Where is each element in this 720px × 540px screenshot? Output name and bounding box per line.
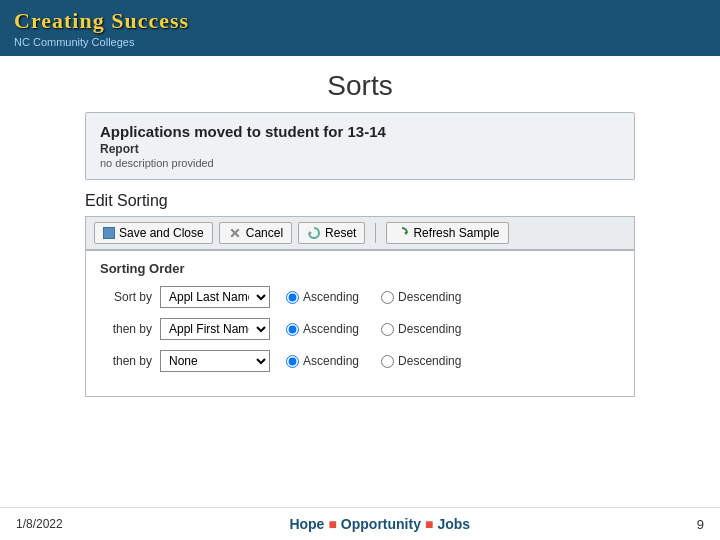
reset-icon: [307, 226, 321, 240]
report-card: Applications moved to student for 13-14 …: [85, 112, 635, 180]
page-title: Sorts: [0, 70, 720, 102]
then-by-2-descending-radio[interactable]: [381, 355, 394, 368]
reset-button[interactable]: Reset: [298, 222, 365, 244]
sort-by-ascending-label: Ascending: [303, 290, 359, 304]
footer-date: 1/8/2022: [16, 517, 63, 531]
sort-row-2: then by Appl First Name None Appl Last N…: [100, 318, 620, 340]
footer-page-number: 9: [697, 517, 704, 532]
then-by-2-ascending-group: Ascending: [286, 354, 359, 368]
cancel-icon: [228, 226, 242, 240]
sort-by-descending-label: Descending: [398, 290, 461, 304]
sort-by-descending-radio[interactable]: [381, 291, 394, 304]
then-by-1-descending-label: Descending: [398, 322, 461, 336]
cancel-button[interactable]: Cancel: [219, 222, 292, 244]
report-title: Applications moved to student for 13-14: [100, 123, 620, 140]
sort-by-ascending-group: Ascending: [286, 290, 359, 304]
report-subtitle: Report: [100, 142, 620, 156]
edit-sorting-section: Edit Sorting Save and Close Cancel Reset: [85, 192, 635, 397]
sort-by-ascending-radio[interactable]: [286, 291, 299, 304]
page-title-area: Sorts: [0, 56, 720, 112]
footer-tagline: Hope■Opportunity■Jobs: [289, 516, 470, 532]
edit-sorting-label: Edit Sorting: [85, 192, 635, 210]
then-by-2-label: then by: [100, 354, 152, 368]
then-by-2-descending-label: Descending: [398, 354, 461, 368]
then-by-1-ascending-group: Ascending: [286, 322, 359, 336]
save-close-button[interactable]: Save and Close: [94, 222, 213, 244]
then-by-1-select[interactable]: Appl First Name None Appl Last Name Appl…: [160, 318, 270, 340]
then-by-1-descending-group: Descending: [381, 322, 461, 336]
then-by-1-ascending-label: Ascending: [303, 322, 359, 336]
then-by-2-select[interactable]: None Appl Last Name Appl First Name Appl…: [160, 350, 270, 372]
refresh-icon: [395, 226, 409, 240]
sort-by-select[interactable]: Appl Last Name None Appl First Name Appl…: [160, 286, 270, 308]
then-by-2-ascending-radio[interactable]: [286, 355, 299, 368]
then-by-2-descending-group: Descending: [381, 354, 461, 368]
toolbar-divider: [375, 223, 376, 243]
sort-row-3: then by None Appl Last Name Appl First N…: [100, 350, 620, 372]
logo-text: Creating Success: [14, 8, 189, 34]
sort-row-1: Sort by Appl Last Name None Appl First N…: [100, 286, 620, 308]
logo-sub: NC Community Colleges: [14, 36, 189, 48]
then-by-1-descending-radio[interactable]: [381, 323, 394, 336]
svg-marker-2: [404, 231, 407, 235]
then-by-2-ascending-label: Ascending: [303, 354, 359, 368]
svg-marker-1: [309, 231, 312, 235]
sorting-order-box: Sorting Order Sort by Appl Last Name Non…: [85, 250, 635, 397]
header: Creating Success NC Community Colleges: [0, 0, 720, 56]
then-by-1-ascending-radio[interactable]: [286, 323, 299, 336]
svg-marker-0: [230, 229, 239, 238]
then-by-1-label: then by: [100, 322, 152, 336]
toolbar: Save and Close Cancel Reset: [85, 216, 635, 250]
sort-by-descending-group: Descending: [381, 290, 461, 304]
report-description: no description provided: [100, 157, 620, 169]
sort-by-label: Sort by: [100, 290, 152, 304]
sorting-order-label: Sorting Order: [100, 261, 620, 276]
footer: 1/8/2022 Hope■Opportunity■Jobs 9: [0, 507, 720, 540]
save-icon: [103, 227, 115, 239]
refresh-sample-button[interactable]: Refresh Sample: [386, 222, 508, 244]
